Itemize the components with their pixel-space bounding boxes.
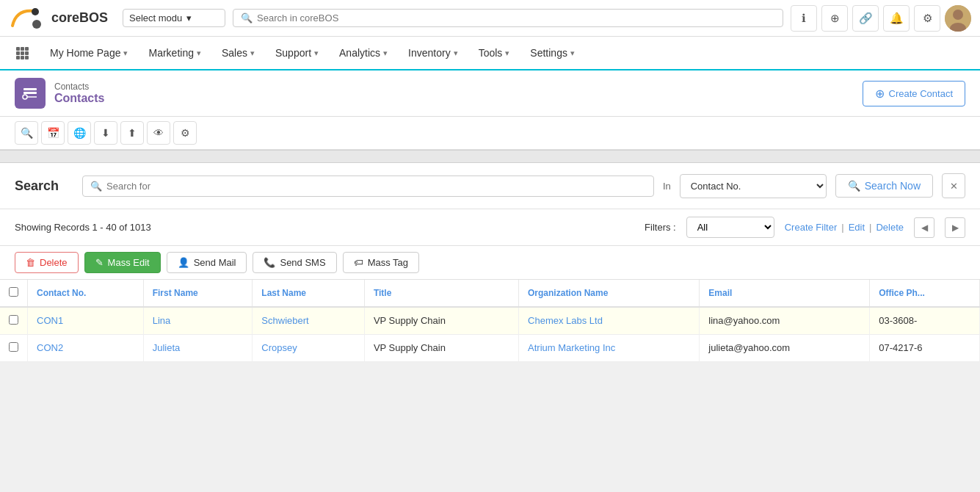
svg-rect-6 <box>21 47 24 51</box>
contacts-table-wrap: Contact No. First Name Last Name Title O… <box>0 280 980 362</box>
topbar: coreBOS Select modu ▾ 🔍 ℹ ⊕ 🔗 🔔 ⚙ <box>0 0 980 37</box>
filter-separator-2: | <box>869 222 871 233</box>
globe-toolbar-button[interactable]: 🌐 <box>68 121 91 145</box>
row1-contact-no-link[interactable]: CON1 <box>37 315 63 326</box>
row2-last-name-link[interactable]: Cropsey <box>261 342 297 353</box>
col-last-name[interactable]: Last Name <box>253 280 365 307</box>
module-select[interactable]: Select modu ▾ <box>123 9 225 27</box>
send-sms-button[interactable]: 📞 Send SMS <box>253 252 336 273</box>
row2-checkbox[interactable] <box>9 342 18 352</box>
nav-label-analytics: Analytics <box>339 47 380 59</box>
search-input[interactable] <box>106 181 646 192</box>
col-email[interactable]: Email <box>700 280 870 307</box>
col-first-name-label: First Name <box>153 288 198 298</box>
search-in-dropdown[interactable]: Contact No. First Name Last Name Email P… <box>680 174 827 198</box>
eye-toolbar-button[interactable]: 👁 <box>147 121 170 145</box>
create-contact-button[interactable]: ⊕ Create Contact <box>863 81 965 106</box>
nav-item-support[interactable]: Support ▾ <box>265 36 329 70</box>
nav-item-home[interactable]: My Home Page ▾ <box>40 36 138 70</box>
search-now-icon: 🔍 <box>848 180 860 192</box>
nav-item-marketing[interactable]: Marketing ▾ <box>138 36 211 70</box>
clear-search-button[interactable]: ✕ <box>942 173 965 198</box>
nav-label-support: Support <box>275 47 311 59</box>
select-all-checkbox[interactable] <box>9 287 18 297</box>
row1-last-name: Schwiebert <box>253 307 365 335</box>
col-title[interactable]: Title <box>364 280 518 307</box>
page-header: Contacts Contacts ⊕ Create Contact <box>0 70 980 117</box>
svg-point-0 <box>32 8 39 15</box>
breadcrumb-parent: Contacts <box>54 82 104 92</box>
upload-toolbar-button[interactable]: ⬆ <box>120 121 144 145</box>
search-now-button[interactable]: 🔍 Search Now <box>835 174 933 198</box>
search-now-label: Search Now <box>865 180 921 192</box>
info-button[interactable]: ℹ <box>791 5 817 32</box>
filter-dropdown[interactable]: All <box>686 217 774 238</box>
calendar-toolbar-button[interactable]: 📅 <box>41 121 65 145</box>
row1-first-name-link[interactable]: Lina <box>153 315 171 326</box>
row1-contact-no: CON1 <box>28 307 144 335</box>
nav-item-sales[interactable]: Sales ▾ <box>211 36 265 70</box>
row2-first-name-link[interactable]: Julieta <box>153 342 181 353</box>
delete-button[interactable]: 🗑 Delete <box>15 252 79 273</box>
search-input-wrap: 🔍 <box>82 176 654 197</box>
navbar: My Home Page ▾ Marketing ▾ Sales ▾ Suppo… <box>0 37 980 70</box>
link-button[interactable]: 🔗 <box>852 5 879 32</box>
col-first-name[interactable]: First Name <box>143 280 253 307</box>
grid-icon[interactable] <box>9 40 35 66</box>
delete-filter-link[interactable]: Delete <box>876 222 904 233</box>
notifications-button[interactable]: 🔔 <box>883 5 910 32</box>
global-search-input[interactable] <box>257 12 775 23</box>
row1-checkbox[interactable] <box>9 315 18 325</box>
row2-check-cell <box>0 335 28 362</box>
chevron-settings: ▾ <box>570 48 575 58</box>
col-org-name[interactable]: Organization Name <box>519 280 700 307</box>
edit-filter-link[interactable]: Edit <box>849 222 865 233</box>
chevron-tools: ▾ <box>505 48 509 58</box>
row1-org-name-link[interactable]: Chemex Labs Ltd <box>528 315 603 326</box>
mass-tag-icon: 🏷 <box>354 257 363 268</box>
nav-item-inventory[interactable]: Inventory ▾ <box>398 36 468 70</box>
global-search-icon: 🔍 <box>241 12 253 23</box>
row1-last-name-link[interactable]: Schwiebert <box>261 315 308 326</box>
col-contact-no[interactable]: Contact No. <box>28 280 144 307</box>
page-nav-next[interactable]: ▶ <box>945 217 965 238</box>
nav-item-tools[interactable]: Tools ▾ <box>468 36 520 70</box>
mass-tag-label: Mass Tag <box>368 257 408 268</box>
avatar[interactable] <box>945 5 971 32</box>
gear-toolbar-button[interactable]: ⚙ <box>173 121 197 145</box>
mass-edit-icon: ✎ <box>95 257 104 268</box>
create-filter-link[interactable]: Create Filter <box>785 222 838 233</box>
app-name: coreBOS <box>51 10 108 26</box>
in-label: In <box>663 181 671 192</box>
module-select-chevron: ▾ <box>186 12 192 23</box>
table-row: CON1 Lina Schwiebert VP Supply Chain Che… <box>0 307 980 335</box>
row2-email: julieta@yahoo.com <box>700 335 870 362</box>
search-toolbar-button[interactable]: 🔍 <box>15 121 38 145</box>
page-nav-prev[interactable]: ◀ <box>914 217 934 238</box>
nav-item-settings[interactable]: Settings ▾ <box>520 36 585 70</box>
table-header-row: Contact No. First Name Last Name Title O… <box>0 280 980 307</box>
svg-point-1 <box>32 20 41 29</box>
global-search-bar: 🔍 <box>233 9 783 27</box>
chevron-sales: ▾ <box>250 48 255 58</box>
add-button[interactable]: ⊕ <box>821 5 848 32</box>
send-mail-button[interactable]: 👤 Send Mail <box>167 252 247 273</box>
col-title-label: Title <box>374 288 391 298</box>
nav-item-analytics[interactable]: Analytics ▾ <box>329 36 398 70</box>
settings-button[interactable]: ⚙ <box>914 5 940 32</box>
records-row: Showing Records 1 - 40 of 1013 Filters :… <box>0 209 980 246</box>
search-input-icon: 🔍 <box>90 181 102 192</box>
breadcrumb-area: Contacts Contacts <box>15 78 104 109</box>
col-org-name-label: Organization Name <box>528 288 608 298</box>
topbar-icons: ℹ ⊕ 🔗 🔔 ⚙ <box>791 5 971 32</box>
col-office[interactable]: Office Ph... <box>870 280 980 307</box>
mass-edit-button[interactable]: ✎ Mass Edit <box>84 252 161 273</box>
search-section: Search 🔍 In Contact No. First Name Last … <box>0 163 980 209</box>
download-toolbar-button[interactable]: ⬇ <box>94 121 117 145</box>
chevron-inventory: ▾ <box>454 48 458 58</box>
row2-contact-no: CON2 <box>28 335 144 362</box>
mass-tag-button[interactable]: 🏷 Mass Tag <box>343 252 419 273</box>
row2-contact-no-link[interactable]: CON2 <box>37 342 63 353</box>
row2-org-name-link[interactable]: Atrium Marketing Inc <box>528 342 615 353</box>
filter-separator-1: | <box>841 222 843 233</box>
